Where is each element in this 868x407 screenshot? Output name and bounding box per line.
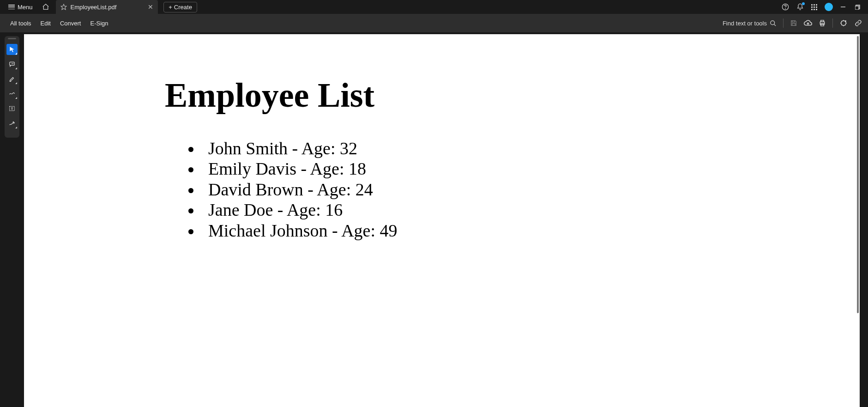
minimize-button[interactable] xyxy=(840,4,848,10)
employee-item: Jane Doe - Age: 16 xyxy=(202,200,860,220)
print-icon xyxy=(819,19,826,27)
svg-rect-11 xyxy=(821,20,824,22)
hamburger-icon xyxy=(8,5,15,9)
help-icon xyxy=(782,3,789,11)
employee-item: John Smith - Age: 32 xyxy=(202,138,860,158)
separator xyxy=(832,18,833,28)
grid-icon xyxy=(811,4,817,10)
search-icon xyxy=(770,20,777,27)
employee-item: Michael Johnson - Age: 49 xyxy=(202,220,860,241)
menu-esign[interactable]: E-Sign xyxy=(85,17,113,30)
create-button[interactable]: + Create xyxy=(163,2,197,12)
separator xyxy=(783,18,784,28)
comment-icon xyxy=(9,61,15,67)
menu-label: Menu xyxy=(18,4,33,11)
svg-point-6 xyxy=(771,20,775,24)
signature-icon xyxy=(9,120,15,127)
link-icon xyxy=(854,19,862,27)
svg-rect-9 xyxy=(792,24,796,26)
toolbar-grip[interactable] xyxy=(8,38,16,39)
apps-button[interactable] xyxy=(811,4,817,10)
sparkle-gear-icon xyxy=(839,19,848,27)
highlight-tool[interactable] xyxy=(6,73,18,85)
cloud-upload-button[interactable] xyxy=(804,19,812,27)
minimize-icon xyxy=(840,4,846,10)
side-toolbar xyxy=(5,36,19,138)
titlebar: Menu EmployeeList.pdf ✕ + Create xyxy=(0,0,868,14)
employee-list: John Smith - Age: 32Emily Davis - Age: 1… xyxy=(165,138,860,241)
draw-icon xyxy=(9,91,15,97)
document-title: Employee List xyxy=(165,76,860,115)
create-label: Create xyxy=(174,4,192,11)
document-content: Employee List John Smith - Age: 32Emily … xyxy=(24,34,860,241)
cursor-icon xyxy=(9,46,15,53)
text-box-icon xyxy=(9,105,15,112)
help-button[interactable] xyxy=(782,3,789,11)
save-button[interactable] xyxy=(790,19,797,27)
comment-tool[interactable] xyxy=(6,59,18,70)
svg-marker-0 xyxy=(61,4,66,10)
avatar[interactable] xyxy=(825,3,833,11)
cloud-upload-icon xyxy=(804,19,812,27)
menu-edit[interactable]: Edit xyxy=(36,17,55,30)
plus-icon: + xyxy=(169,4,172,11)
svg-line-7 xyxy=(774,24,776,26)
tab-close-button[interactable]: ✕ xyxy=(148,3,153,11)
sign-tool[interactable] xyxy=(6,118,18,129)
home-icon xyxy=(42,3,49,11)
ai-assist-button[interactable] xyxy=(839,19,848,27)
notification-dot xyxy=(802,2,805,5)
svg-rect-8 xyxy=(792,21,795,22)
scrollbar[interactable] xyxy=(857,36,859,313)
find-label: Find text or tools xyxy=(723,20,767,27)
employee-item: David Brown - Age: 24 xyxy=(202,179,860,200)
draw-tool[interactable] xyxy=(6,88,18,99)
highlighter-icon xyxy=(9,76,15,82)
svg-point-2 xyxy=(785,9,786,9)
svg-point-14 xyxy=(845,21,846,22)
notifications-button[interactable] xyxy=(796,3,804,11)
svg-rect-5 xyxy=(855,6,859,10)
document-tab[interactable]: EmployeeList.pdf ✕ xyxy=(56,0,158,14)
tab-title: EmployeeList.pdf xyxy=(71,4,117,11)
maximize-button[interactable] xyxy=(855,4,862,10)
select-tool[interactable] xyxy=(6,44,18,55)
find-button[interactable]: Find text or tools xyxy=(723,20,777,27)
save-icon xyxy=(790,19,797,27)
menu-convert[interactable]: Convert xyxy=(55,17,86,30)
menu-all-tools[interactable]: All tools xyxy=(6,17,36,30)
employee-item: Emily Davis - Age: 18 xyxy=(202,158,860,179)
main-area: Employee List John Smith - Age: 32Emily … xyxy=(0,32,868,407)
print-button[interactable] xyxy=(819,19,826,27)
maximize-icon xyxy=(855,4,861,10)
home-button[interactable] xyxy=(40,1,51,12)
share-link-button[interactable] xyxy=(854,19,862,27)
document-page[interactable]: Employee List John Smith - Age: 32Emily … xyxy=(24,34,860,407)
text-tool[interactable] xyxy=(6,103,18,114)
menu-button[interactable]: Menu xyxy=(6,2,36,12)
toolbar: All tools Edit Convert E-Sign Find text … xyxy=(0,14,868,32)
star-icon xyxy=(60,4,67,10)
